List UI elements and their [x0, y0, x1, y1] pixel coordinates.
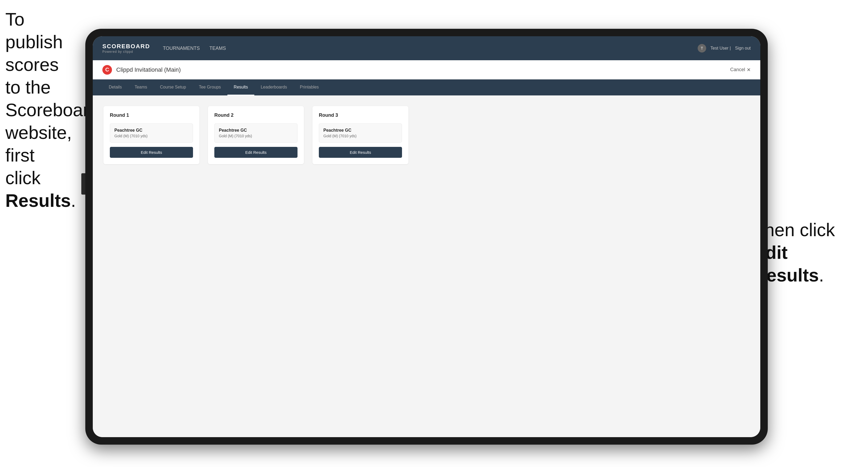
- tournament-header: C Clippd Invitational (Main) Cancel ✕: [93, 60, 760, 80]
- cancel-icon: ✕: [747, 67, 751, 73]
- tab-printables[interactable]: Printables: [293, 80, 325, 95]
- scoreboard-logo: SCOREBOARD Powered by clippd: [102, 43, 150, 54]
- round-3-edit-results-button[interactable]: Edit Results: [319, 147, 402, 158]
- instruction-line4-end: .: [71, 190, 76, 211]
- round-2-course-details: Gold (M) (7010 yds): [219, 134, 293, 138]
- instruction-line3: website, first: [5, 122, 72, 165]
- round-2-course-card: Peachtree GC Gold (M) (7010 yds): [214, 123, 298, 143]
- tab-details[interactable]: Details: [102, 80, 128, 95]
- round-1-course-card: Peachtree GC Gold (M) (7010 yds): [110, 123, 193, 143]
- tournament-icon: C: [102, 65, 112, 75]
- logo-name: SCOREBOARD: [102, 43, 150, 50]
- instruction-right-end: .: [819, 265, 824, 285]
- nav-teams[interactable]: TEAMS: [210, 44, 226, 52]
- nav-tournaments[interactable]: TOURNAMENTS: [163, 44, 200, 52]
- tab-nav: Details Teams Course Setup Tee Groups Re…: [93, 80, 760, 95]
- rounds-grid: Round 1 Peachtree GC Gold (M) (7010 yds)…: [103, 106, 750, 164]
- sign-out-link[interactable]: Sign out: [735, 46, 751, 51]
- tournament-title: C Clippd Invitational (Main): [102, 65, 730, 75]
- instruction-line4-plain: click: [5, 168, 40, 188]
- tablet-frame: SCOREBOARD Powered by clippd TOURNAMENTS…: [85, 29, 768, 445]
- instruction-line1: To publish scores: [5, 9, 63, 75]
- round-2-course-name: Peachtree GC: [219, 128, 293, 133]
- round-3-title: Round 3: [319, 113, 402, 118]
- logo-sub: Powered by clippd: [102, 50, 150, 54]
- cancel-button[interactable]: Cancel ✕: [730, 67, 751, 73]
- tournament-name: Clippd Invitational (Main): [116, 66, 181, 73]
- main-nav: TOURNAMENTS TEAMS: [163, 44, 698, 52]
- main-content: Round 1 Peachtree GC Gold (M) (7010 yds)…: [93, 95, 760, 437]
- instruction-left: To publish scores to the Scoreboard webs…: [5, 8, 83, 212]
- round-2-card: Round 2 Peachtree GC Gold (M) (7010 yds)…: [208, 106, 304, 164]
- tab-course-setup[interactable]: Course Setup: [154, 80, 192, 95]
- cancel-label: Cancel: [730, 67, 745, 72]
- tab-tee-groups[interactable]: Tee Groups: [192, 80, 227, 95]
- round-2-edit-results-button[interactable]: Edit Results: [214, 147, 298, 158]
- round-2-title: Round 2: [214, 113, 298, 118]
- round-3-course-details: Gold (M) (7010 yds): [323, 134, 398, 138]
- round-1-card: Round 1 Peachtree GC Gold (M) (7010 yds)…: [103, 106, 199, 164]
- tablet-screen: SCOREBOARD Powered by clippd TOURNAMENTS…: [93, 36, 760, 437]
- app-header: SCOREBOARD Powered by clippd TOURNAMENTS…: [93, 36, 760, 60]
- round-3-card: Round 3 Peachtree GC Gold (M) (7010 yds)…: [312, 106, 408, 164]
- instruction-right: Then click Edit Results.: [753, 219, 860, 286]
- user-label: Test User |: [710, 46, 731, 51]
- header-right: T Test User | Sign out: [698, 44, 751, 53]
- instruction-line2: to the Scoreboard: [5, 77, 99, 120]
- tablet-side-button: [81, 173, 86, 195]
- tab-results[interactable]: Results: [227, 80, 254, 95]
- user-avatar: T: [698, 44, 706, 53]
- round-1-course-details: Gold (M) (7010 yds): [114, 134, 188, 138]
- instruction-results-bold: Results: [5, 190, 71, 211]
- round-3-course-name: Peachtree GC: [323, 128, 398, 133]
- tab-teams[interactable]: Teams: [128, 80, 154, 95]
- round-3-course-card: Peachtree GC Gold (M) (7010 yds): [319, 123, 402, 143]
- round-1-course-name: Peachtree GC: [114, 128, 188, 133]
- tab-leaderboards[interactable]: Leaderboards: [254, 80, 293, 95]
- round-1-title: Round 1: [110, 113, 193, 118]
- round-1-edit-results-button[interactable]: Edit Results: [110, 147, 193, 158]
